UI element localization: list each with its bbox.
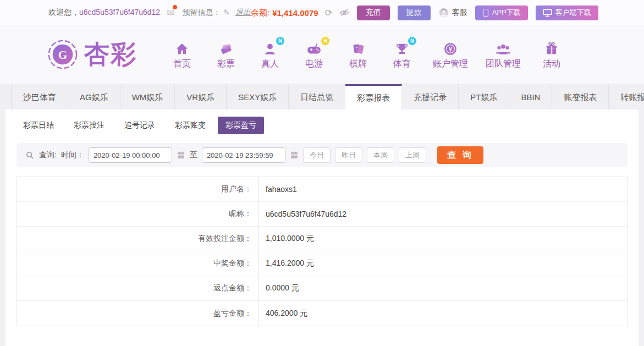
tab-sexy[interactable]: SEXY娱乐 [227, 84, 289, 110]
row-value: 0.0000 元 [259, 276, 299, 300]
nav-item-boardgames[interactable]: 棋牌 [345, 40, 371, 70]
refresh-icon[interactable]: ⟳ [325, 8, 333, 18]
hide-balance-icon[interactable] [339, 8, 349, 18]
profit-loss-table: 用户名： fahaoxs1 昵称： u6cd5u53f7u6f47u6d12 有… [16, 177, 628, 326]
tab-shaba-sports[interactable]: 沙巴体育 [11, 84, 68, 110]
client-download-button[interactable]: 客户端下载 [536, 6, 598, 20]
tab-transfer-report[interactable]: 转账报表 [609, 84, 644, 110]
nav-item-activities[interactable]: 活动 [538, 40, 565, 70]
row-value: u6cd5u53f7u6f47u6d12 [259, 202, 346, 226]
reserved-info-label: 预留信息： [182, 8, 221, 18]
nav-item-label: 真人 [261, 58, 279, 70]
nav-item-lottery[interactable]: 彩票 [213, 40, 239, 70]
mail-button[interactable]: ✉ [167, 7, 174, 19]
nav-item-team[interactable]: 团队管理 [486, 40, 521, 70]
trophy-icon: N [395, 40, 409, 56]
table-row-rebate-amount: 返点金额： 0.0000 元 [17, 276, 627, 301]
nav-item-label: 彩票 [217, 58, 235, 70]
calendar-icon[interactable] [290, 151, 299, 160]
calendar-icon[interactable] [177, 151, 185, 160]
main-panel: 彩票日结 彩票投注 追号记录 彩票账变 彩票盈亏 查询: 时间： 至 [5, 109, 639, 346]
new-badge: N [408, 37, 416, 45]
tab-account-change-report[interactable]: 账变报表 [552, 84, 609, 110]
username: u6cd5u53f7u6f47u6d12 [79, 8, 160, 17]
tab-lottery-report[interactable]: 彩票报表 [345, 84, 402, 110]
lottery-subtabs: 彩票日结 彩票投注 追号记录 彩票账变 彩票盈亏 [5, 109, 639, 140]
row-label: 中奖金额： [17, 251, 259, 276]
site-logo[interactable]: G 杏彩 [47, 37, 137, 72]
nav-item-label: 棋牌 [349, 58, 367, 70]
cards-icon [351, 40, 365, 56]
today-button[interactable]: 今日 [303, 147, 331, 163]
nav-item-label: 首页 [173, 58, 191, 70]
edit-icon[interactable]: ✎ [223, 8, 230, 18]
live-person-icon: N [263, 40, 277, 56]
app-download-label: APP下载 [492, 8, 521, 18]
nav-item-label: 账户管理 [433, 58, 468, 70]
team-icon [495, 40, 511, 56]
row-value: fahaoxs1 [259, 177, 297, 201]
subtab-lottery-account-change[interactable]: 彩票账变 [167, 117, 213, 134]
withdraw-button[interactable]: 提款 [398, 6, 431, 20]
tab-pt[interactable]: PT娱乐 [459, 84, 509, 110]
table-row-nickname: 昵称： u6cd5u53f7u6f47u6d12 [17, 202, 627, 227]
welcome-prefix: 欢迎您， [48, 8, 79, 17]
table-row-winning-amount: 中奖金额： 1,416.2000 元 [17, 251, 627, 276]
monitor-icon [543, 9, 552, 17]
tab-vr[interactable]: VR娱乐 [175, 84, 227, 110]
table-row-username: 用户名： fahaoxs1 [17, 177, 627, 202]
end-time-input[interactable] [202, 147, 285, 163]
tab-ag[interactable]: AG娱乐 [68, 84, 120, 110]
search-bar: 查询: 时间： 至 今日 昨日 [16, 143, 628, 167]
query-submit-button[interactable]: 查 询 [437, 146, 483, 164]
recharge-button[interactable]: 充值 [357, 6, 390, 20]
row-value: 406.2000 元 [259, 301, 307, 326]
subtab-lottery-bets[interactable]: 彩票投注 [66, 117, 112, 134]
nav-item-home[interactable]: 首页 [169, 40, 195, 70]
table-row-profit-loss-amount: 盈亏金额： 406.2000 元 [17, 301, 627, 326]
home-icon [175, 40, 189, 56]
tab-daily-summary[interactable]: 日结总览 [289, 84, 345, 110]
customer-service-button[interactable]: 客服 [438, 7, 467, 18]
logout-link[interactable]: 退出 [235, 8, 251, 18]
this-week-button[interactable]: 本周 [367, 147, 394, 163]
nav-item-live[interactable]: N 真人 [257, 40, 283, 70]
topbar: 欢迎您，u6cd5u53f7u6f47u6d12 ✉ 预留信息： ✎ 退出 余额… [0, 0, 644, 25]
hot-badge: H [321, 37, 329, 45]
tab-wm[interactable]: WM娱乐 [120, 84, 175, 110]
nav-item-egames[interactable]: H 电游 [301, 40, 327, 70]
row-value: 1,416.2000 元 [259, 251, 314, 276]
nav-item-sports[interactable]: N 体育 [389, 40, 415, 70]
headset-avatar-icon [438, 7, 449, 18]
row-label: 有效投注金额： [17, 227, 259, 251]
subtab-lottery-daily[interactable]: 彩票日结 [15, 117, 62, 134]
row-label: 用户名： [17, 177, 259, 201]
balance-value: ¥1,414.0079 [272, 8, 318, 18]
site-header: G 杏彩 首页 彩票 N [0, 25, 644, 84]
balance-label: 余额: [251, 8, 269, 18]
subtab-chase-records[interactable]: 追号记录 [117, 117, 163, 134]
tab-bbin[interactable]: BBIN [509, 84, 552, 110]
subtab-lottery-profit-loss[interactable]: 彩票盈亏 [218, 117, 264, 134]
logo-emblem-icon: G [47, 39, 79, 70]
phone-icon [482, 8, 489, 17]
tab-deposit-withdraw-records[interactable]: 充提记录 [402, 84, 459, 110]
range-separator: 至 [190, 150, 197, 160]
gamepad-icon: H [306, 40, 322, 56]
yesterday-button[interactable]: 昨日 [335, 147, 362, 163]
customer-service-label: 客服 [452, 8, 467, 18]
query-label: 查询: [39, 150, 57, 160]
client-download-label: 客户端下载 [555, 8, 591, 18]
start-time-input[interactable] [89, 147, 172, 163]
last-week-button[interactable]: 上周 [399, 147, 426, 163]
svg-text:G: G [58, 48, 68, 62]
app-download-button[interactable]: APP下载 [475, 6, 528, 20]
row-label: 返点金额： [17, 276, 259, 300]
nav-item-label: 团队管理 [486, 58, 521, 70]
welcome-text: 欢迎您，u6cd5u53f7u6f47u6d12 [48, 8, 160, 18]
time-label: 时间： [61, 150, 84, 160]
new-badge: N [276, 37, 284, 45]
nav-item-account[interactable]: ¥ 账户管理 [433, 40, 468, 70]
search-icon [25, 151, 35, 160]
svg-text:¥: ¥ [449, 45, 453, 53]
